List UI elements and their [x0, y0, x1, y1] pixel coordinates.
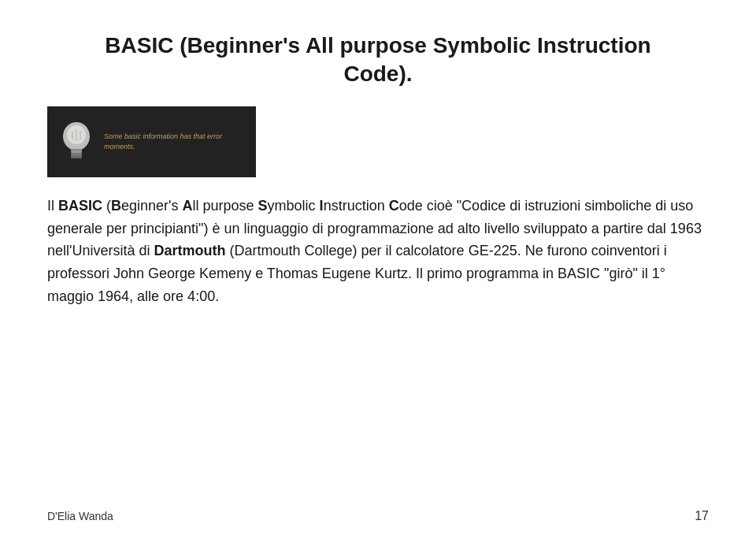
svg-rect-8	[72, 151, 81, 153]
svg-rect-6	[71, 153, 82, 156]
image-caption: Some basic information has that error mo…	[104, 132, 238, 151]
svg-rect-7	[71, 156, 82, 158]
footer: D'Elia Wanda 17	[47, 509, 709, 523]
footer-page-number: 17	[695, 509, 709, 523]
image-placeholder: Some basic information has that error mo…	[47, 106, 256, 177]
bulb-icon	[57, 114, 96, 169]
page-container: BASIC (Beginner's All purpose Symbolic I…	[0, 0, 756, 539]
page-title: BASIC (Beginner's All purpose Symbolic I…	[47, 32, 709, 89]
footer-author: D'Elia Wanda	[47, 510, 113, 522]
main-paragraph: Il BASIC (Beginner's All purpose Symboli…	[47, 195, 709, 308]
